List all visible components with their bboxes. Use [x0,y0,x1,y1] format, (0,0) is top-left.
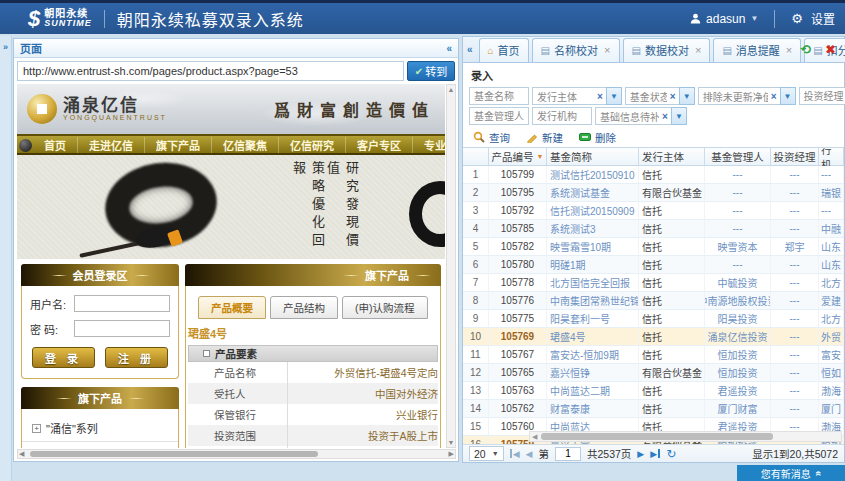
filter-combo[interactable]: 基金状态×▼ [625,87,695,105]
expand-icon[interactable]: + [32,424,41,433]
table-row[interactable]: 7105778北方国信完全回报信托中毓投资---北方 [463,274,844,292]
horizontal-scrollbar[interactable]: ◀ ▶ [17,449,456,459]
register-button[interactable]: 注 册 [105,347,168,368]
filter-combo[interactable]: 基础信息待补×▼ [595,107,687,125]
table-row[interactable]: 14105762财富泰康信托厦门财富---厦门 [463,400,844,418]
manager-link[interactable]: 中毓投资 [705,274,771,291]
login-button[interactable]: 登 录 [32,347,95,368]
manager-link[interactable]: 映雪资本 [705,238,771,255]
filter-input[interactable] [469,107,529,125]
fund-name-link[interactable]: 北方国信完全回报 [547,274,639,291]
site-nav-item[interactable]: 客户专区 [346,137,413,153]
tab-数据校对[interactable]: ▤数据校对× [623,38,711,62]
manager-link[interactable]: 阳昊投资 [705,310,771,327]
scroll-right-icon[interactable]: ▶ [449,450,454,458]
site-nav-item[interactable]: 旗下产品 [145,137,212,153]
url-input[interactable] [17,61,404,81]
site-nav-item[interactable]: 首页 [33,137,78,153]
close-icon[interactable]: × [604,44,610,56]
chevron-down-icon[interactable]: ▼ [671,107,687,125]
clear-icon[interactable]: × [667,87,679,105]
table-row[interactable]: 13105763中尚蓝达二期信托君遥投资---渤海 [463,382,844,400]
product-tab[interactable]: (申)认购流程 [342,296,428,319]
manager-link[interactable]: --- [705,202,771,219]
page-size-select[interactable]: 20 ▼ [469,446,504,461]
fund-name-link[interactable]: 中南集团常熟世纪锦城 [547,292,639,309]
fund-name-link[interactable]: 阳昊套利一号 [547,310,639,327]
filter-input[interactable] [469,87,529,105]
scroll-left-icon[interactable]: ◀ [19,450,24,458]
chevron-down-icon[interactable]: ▼ [780,87,796,105]
fund-name-link[interactable]: 信托测试20150909 [547,202,639,219]
manager-link[interactable]: 君遥投资 [705,382,771,399]
first-page-button[interactable]: ◀ [510,449,520,459]
grid-header-product-id[interactable]: 产品编号▼ [489,148,547,165]
collapse-left-icon[interactable]: « [446,43,452,54]
grid-header-pm[interactable]: 投资经理 [771,148,819,165]
filter-input[interactable] [799,87,845,105]
manager-link[interactable]: --- [705,220,771,237]
clear-icon[interactable]: × [659,107,671,125]
page-number-input[interactable] [555,447,581,461]
site-nav-item[interactable]: 亿信研究 [279,137,346,153]
manager-link[interactable]: 厦门财富 [705,400,771,417]
tab-名称校对[interactable]: ▤名称校对× [532,38,620,62]
vertical-scrollbar[interactable]: ▲ ▼ [446,84,456,448]
close-all-icon[interactable]: ✖ [825,42,836,57]
fund-name-link[interactable]: 映雪霜雪10期 [547,238,639,255]
fund-name-link[interactable]: 珺盛4号 [547,328,639,345]
scrollbar-thumb[interactable] [541,433,773,440]
manager-link[interactable]: --- [705,256,771,273]
manager-link[interactable]: 恒加投资 [705,364,771,381]
filter-combo[interactable]: 排除未更新净值基金×▼ [698,87,796,105]
fund-name-link[interactable]: 系统测试3 [547,220,639,237]
delete-button[interactable]: 删除 [579,130,616,145]
table-row[interactable]: 1105799测试信托20150910信托--------- [463,166,844,184]
grid-header-manager[interactable]: 基金管理人 [705,148,771,165]
settings-button[interactable]: ⚙ 设置 [791,10,835,27]
table-row[interactable]: 12105765嘉兴恒铮有限合伙基金恒加投资---恒如 [463,364,844,382]
query-button[interactable]: 查询 [473,130,510,145]
fund-name-link[interactable]: 财富泰康 [547,400,639,417]
fund-name-link[interactable]: 明磋1期 [547,256,639,273]
refresh-icon[interactable]: ⟲ [800,42,811,57]
fund-name-link[interactable]: 富安达-恒加9期 [547,346,639,363]
clear-icon[interactable]: × [594,87,606,105]
site-nav-item[interactable]: 专业理财 [413,137,445,153]
scroll-up-icon[interactable]: ▲ [448,86,455,93]
filter-input[interactable] [532,107,592,125]
product-tab[interactable]: 产品结构 [270,296,338,319]
close-icon[interactable]: × [786,44,792,56]
table-row[interactable]: 3105792信托测试20150909信托--------- [463,202,844,220]
site-username-field[interactable] [74,295,170,312]
expand-right-icon[interactable]: » [3,42,8,52]
reload-icon[interactable]: ↻ [666,447,676,461]
grid-horizontal-scrollbar[interactable]: ◀ [529,431,842,442]
site-nav-item[interactable]: 亿信聚焦 [212,137,279,153]
user-menu[interactable]: adasun ▼ [690,12,758,26]
chevron-down-icon[interactable]: ▼ [606,87,622,105]
manager-link[interactable]: 中南源地股权投资 [705,292,771,309]
scrollbar-thumb[interactable] [30,451,318,457]
collapse-right-icon[interactable]: « [467,44,473,55]
manager-link[interactable]: --- [705,184,771,201]
manager-link[interactable]: 涌泉亿信投资 [705,328,771,345]
tree-item[interactable]: +"涌信"系列 [22,415,178,442]
manager-link[interactable]: --- [705,166,771,183]
clear-icon[interactable]: × [768,87,780,105]
table-row[interactable]: 2105795系统测试基金有限合伙基金------瑞银 [463,184,844,202]
filter-combo[interactable]: 发行主体×▼ [532,87,622,105]
table-row[interactable]: 5105782映雪霜雪10期信托映雪资本郑宇山东 [463,238,844,256]
grid-header-org[interactable]: 发行机构 [819,148,844,165]
last-page-button[interactable]: ▶ [650,449,660,459]
next-page-button[interactable]: ▶ [637,449,644,459]
grid-header-issuer[interactable]: 发行主体 [639,148,705,165]
manager-link[interactable]: 恒加投资 [705,346,771,363]
fund-name-link[interactable]: 嘉兴恒铮 [547,364,639,381]
table-row[interactable]: 11105767富安达-恒加9期信托恒加投资---富安 [463,346,844,364]
tab-首页[interactable]: ⌂首页 [479,38,529,62]
tab-消息提醒[interactable]: ▤消息提醒× [713,38,801,62]
fund-name-link[interactable]: 测试信托20150910 [547,166,639,183]
table-row[interactable]: 9105775阳昊套利一号信托阳昊投资---北方 [463,310,844,328]
left-expand-strip[interactable]: » [0,36,12,481]
